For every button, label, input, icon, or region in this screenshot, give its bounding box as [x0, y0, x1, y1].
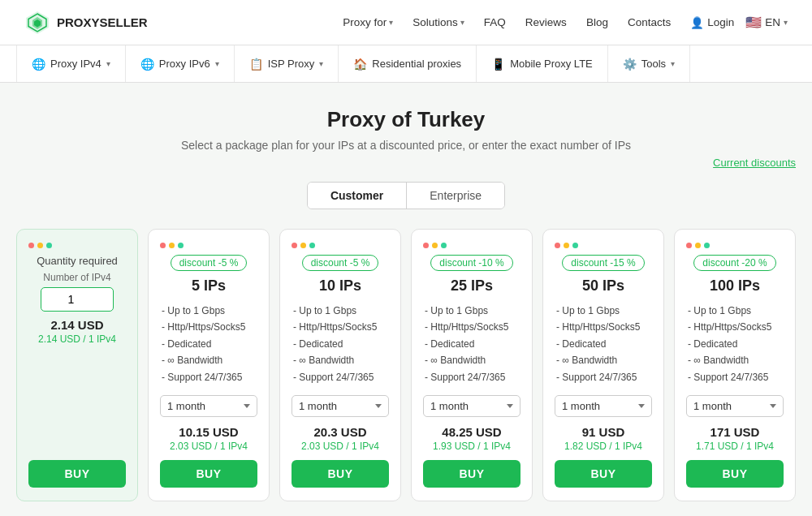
period-select[interactable]: 1 month 3 months 6 months 12 months [423, 395, 520, 417]
chevron-icon: ▾ [215, 59, 219, 68]
price-usd: 48.25 USD [442, 425, 501, 439]
card-title: 5 IPs [192, 277, 226, 295]
dots [423, 243, 447, 248]
residential-icon: 🏠 [353, 58, 367, 71]
chevron-icon: ▾ [106, 59, 110, 68]
chevron-icon: ▾ [319, 59, 323, 68]
period-select[interactable]: 1 month 3 months 6 months 12 months [555, 395, 652, 417]
price-per: 2.03 USD / 1 IPv4 [301, 441, 379, 452]
custom-price: 2.14 USD [50, 318, 103, 332]
plan-card-50ips: discount -15 % 50 IPs Up to 1 Gbps Http/… [542, 229, 664, 501]
plan-card-10ips: discount -5 % 10 IPs Up to 1 Gbps Http/H… [279, 229, 401, 501]
chevron-icon: ▾ [460, 18, 464, 27]
login-button[interactable]: 👤 Login [682, 11, 742, 34]
dot-green [309, 243, 315, 248]
dot-red [686, 243, 692, 248]
subnav-isp-proxy[interactable]: 📋 ISP Proxy ▾ [235, 45, 339, 82]
main-content: Proxy of Turkey Select a package plan fo… [0, 83, 812, 516]
feature-item: Http/Https/Socks5 [160, 319, 257, 335]
discount-badge: discount -5 % [171, 255, 248, 271]
chevron-icon: ▾ [784, 18, 788, 27]
dots [292, 243, 315, 248]
tabs-container: Customer Enterprise [16, 182, 796, 209]
features-list: Up to 1 Gbps Http/Https/Socks5 Dedicated… [160, 303, 257, 385]
discount-badge: discount -5 % [302, 255, 379, 271]
nav-contacts[interactable]: Contacts [620, 11, 679, 33]
buy-button[interactable]: BUY [292, 460, 389, 488]
mobile-icon: 📱 [491, 58, 505, 71]
feature-item: Http/Https/Socks5 [555, 319, 652, 335]
nav-reviews[interactable]: Reviews [517, 11, 575, 33]
feature-item: Http/Https/Socks5 [423, 319, 520, 335]
card-title: 10 IPs [319, 277, 361, 295]
feature-item: Dedicated [686, 336, 784, 352]
card-title: 100 IPs [710, 277, 760, 295]
dot-yellow [169, 243, 175, 248]
dot-yellow [564, 243, 569, 248]
feature-item: Http/Https/Socks5 [292, 319, 389, 335]
buy-button[interactable]: BUY [555, 460, 652, 488]
price-usd: 10.15 USD [179, 425, 238, 439]
nav-proxy-for[interactable]: Proxy for ▾ [335, 11, 401, 33]
page-title: Proxy of Turkey [16, 107, 796, 132]
dot-red [292, 243, 297, 248]
dot-yellow [300, 243, 306, 248]
buy-button[interactable]: BUY [686, 460, 784, 488]
subnav-residential[interactable]: 🏠 Residential proxies [339, 45, 477, 82]
subnav-proxy-ipv4[interactable]: 🌐 Proxy IPv4 ▾ [16, 45, 126, 82]
tools-icon: ⚙️ [623, 58, 637, 71]
nav-faq[interactable]: FAQ [476, 11, 514, 33]
dot-green [441, 243, 447, 248]
dot-red [423, 243, 429, 248]
card-title: 25 IPs [451, 277, 493, 295]
logo[interactable]: PROXYSELLER [24, 10, 148, 36]
feature-item: Dedicated [555, 336, 652, 352]
feature-item: Http/Https/Socks5 [686, 319, 784, 335]
language-selector[interactable]: 🇺🇸 EN ▾ [745, 15, 788, 30]
logo-text: PROXYSELLER [57, 15, 148, 29]
period-select[interactable]: 1 month 3 months 6 months 12 months [686, 395, 784, 417]
chevron-icon: ▾ [671, 59, 675, 68]
quantity-input[interactable] [41, 287, 114, 312]
feature-item: ∞ Bandwidth [160, 352, 257, 368]
dots [555, 243, 578, 248]
plan-card-5ips: discount -5 % 5 IPs Up to 1 Gbps Http/Ht… [148, 229, 270, 501]
feature-item: Support 24/7/365 [686, 369, 784, 385]
user-icon: 👤 [690, 16, 704, 29]
buy-button[interactable]: BUY [423, 460, 520, 488]
proxy-ipv4-icon: 🌐 [32, 58, 45, 71]
price-per: 1.82 USD / 1 IPv4 [564, 441, 642, 452]
feature-item: Support 24/7/365 [160, 369, 257, 385]
features-list: Up to 1 Gbps Http/Https/Socks5 Dedicated… [292, 303, 389, 385]
price-per: 2.03 USD / 1 IPv4 [170, 441, 248, 452]
period-select[interactable]: 1 month 3 months 6 months 12 months [292, 395, 389, 417]
features-list: Up to 1 Gbps Http/Https/Socks5 Dedicated… [555, 303, 652, 385]
buy-button-custom[interactable]: BUY [28, 460, 126, 488]
cards-container: Quantity required Number of IPv4 2.14 US… [16, 229, 796, 501]
tab-customer[interactable]: Customer [308, 183, 407, 209]
feature-item: Up to 1 Gbps [686, 303, 784, 319]
feature-item: Up to 1 Gbps [423, 303, 520, 319]
price-per: 1.93 USD / 1 IPv4 [433, 441, 511, 452]
main-nav: Proxy for ▾ Solutions ▾ FAQ Reviews Blog… [335, 11, 788, 34]
feature-item: Support 24/7/365 [292, 369, 389, 385]
dot-yellow [432, 243, 438, 248]
tab-enterprise[interactable]: Enterprise [407, 183, 504, 209]
dot-green [704, 243, 710, 248]
subnav-tools[interactable]: ⚙️ Tools ▾ [608, 45, 690, 82]
discount-badge: discount -10 % [430, 255, 512, 271]
dot-yellow [695, 243, 701, 248]
buy-button[interactable]: BUY [160, 460, 257, 488]
nav-solutions[interactable]: Solutions ▾ [404, 11, 473, 33]
subnav-proxy-ipv6[interactable]: 🌐 Proxy IPv6 ▾ [126, 45, 235, 82]
dots [28, 243, 52, 248]
feature-item: Dedicated [292, 336, 389, 352]
feature-item: ∞ Bandwidth [423, 352, 520, 368]
quantity-label: Quantity required [37, 255, 118, 267]
card-title: 50 IPs [582, 277, 624, 295]
period-select[interactable]: 1 month 3 months 6 months 12 months [160, 395, 257, 417]
subnav-mobile-lte[interactable]: 📱 Mobile Proxy LTE [477, 45, 608, 82]
current-discounts-link[interactable]: Current discounts [16, 157, 796, 169]
nav-blog[interactable]: Blog [578, 11, 616, 33]
feature-item: Up to 1 Gbps [292, 303, 389, 319]
